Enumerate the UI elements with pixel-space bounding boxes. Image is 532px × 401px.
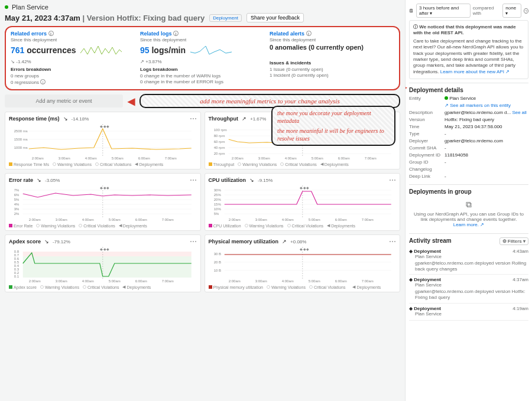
svg-text:4:00am: 4:00am (281, 218, 293, 221)
logs-sparkline (190, 44, 232, 58)
svg-text:3%: 3% (14, 207, 20, 211)
svg-text:1500 ms: 1500 ms (14, 138, 28, 141)
chart-response-time: Response time (ms)↘-14.18%⋯ ◆ ◆◆ 2500 ms… (5, 112, 201, 169)
chart-memory: Physical memory utilization↗+0.08%⋯ ◆ ◆◆… (205, 234, 401, 292)
svg-text:2:00am: 2:00am (29, 218, 41, 221)
svg-text:5:00am: 5:00am (109, 218, 121, 221)
see-all-markers-link[interactable]: ↗ See all markers on this entity (445, 103, 528, 108)
svg-text:100 rpm: 100 rpm (213, 128, 226, 132)
deployment-badge: Deployment (209, 14, 242, 22)
svg-text:3:00am: 3:00am (56, 218, 67, 221)
svg-text:6:00am: 6:00am (138, 157, 150, 160)
svg-text:60 rpm: 60 rpm (213, 140, 225, 144)
svg-text:7:00am: 7:00am (162, 279, 174, 283)
svg-text:10 B: 10 B (213, 269, 220, 272)
detail-row: Deployergparker@telco.nrdemo.com (409, 138, 528, 144)
svg-text:10%: 10% (213, 207, 221, 211)
svg-text:7:00am: 7:00am (162, 218, 174, 221)
svg-text:6%: 6% (14, 193, 20, 197)
info-icon: i (48, 31, 54, 36)
svg-text:30 B: 30 B (213, 252, 220, 256)
filters-button[interactable]: ⚙ Filters ▾ (499, 237, 528, 245)
notice-box: ⓘ We noticed that this deployment was ma… (409, 20, 528, 79)
detail-row: Changelog (409, 167, 528, 172)
svg-text:5%: 5% (213, 212, 219, 216)
svg-text:2500 ms: 2500 ms (14, 129, 28, 133)
svg-text:2:00am: 2:00am (32, 157, 44, 160)
notice-link[interactable]: Learn more about the new API ↗ (440, 69, 510, 74)
svg-text:3:00am: 3:00am (258, 157, 270, 160)
hero-cards: Related errors i Since this deployment 7… (5, 26, 400, 90)
related-alerts-link[interactable]: Related alerts i (270, 31, 394, 37)
chart-apdex: Apdex score↘-79.12%⋯ ◆ ◆◆ 0.80.70.60.50.… (5, 234, 201, 292)
svg-text:3:00am: 3:00am (59, 157, 70, 160)
svg-text:6:00am: 6:00am (338, 157, 349, 160)
svg-text:3:00am: 3:00am (56, 279, 67, 283)
detail-row: Deep Link- (409, 174, 528, 179)
svg-text:25%: 25% (213, 193, 221, 197)
svg-text:4:00am: 4:00am (85, 157, 97, 160)
arrow-left-icon: ◀ (128, 96, 135, 107)
activity-item[interactable]: ◆ Deployment4:43amPlan Servicegparker@te… (409, 246, 528, 275)
svg-text:6:00am: 6:00am (135, 218, 147, 221)
svg-text:7:00am: 7:00am (361, 218, 373, 221)
add-metric-button[interactable]: Add any metric or event (5, 94, 123, 107)
svg-text:30%: 30% (213, 188, 221, 192)
chart-more-icon[interactable]: ⋯ (190, 115, 197, 123)
svg-text:5:00am: 5:00am (109, 279, 121, 283)
svg-text:5%: 5% (14, 198, 20, 201)
svg-text:4%: 4% (14, 203, 20, 206)
related-logs-link[interactable]: Related logs i (140, 31, 265, 37)
svg-text:◆ ◆◆: ◆ ◆◆ (299, 247, 309, 251)
detail-row: TimeMay 21, 2023 04:37:58.000 (409, 124, 528, 129)
detail-row: Descriptiongparker@telco.nrdemo.com d...… (409, 110, 528, 115)
svg-text:80 rpm: 80 rpm (213, 134, 225, 138)
errors-count: 761 (11, 45, 24, 55)
svg-text:◆ ◆◆: ◆ ◆◆ (299, 186, 309, 190)
svg-rect-73 (23, 256, 192, 278)
svg-text:3:00am: 3:00am (255, 218, 267, 221)
svg-text:2:00am: 2:00am (228, 279, 240, 283)
svg-text:6:00am: 6:00am (335, 218, 346, 221)
help-icon[interactable]: ? (524, 8, 528, 14)
svg-text:5:00am: 5:00am (311, 157, 323, 160)
group-empty-icon: ⧉ (413, 200, 525, 210)
detail-row: Commit SHA- (409, 145, 528, 151)
activity-item[interactable]: ◆ Deployment4:37amPlan Servicegparker@te… (409, 275, 528, 303)
detail-row: Group ID- (409, 159, 528, 165)
svg-text:6:00am: 6:00am (335, 279, 346, 283)
svg-text:4:00am: 4:00am (284, 157, 296, 160)
svg-text:20%: 20% (213, 198, 221, 201)
errors-sparkline (80, 44, 122, 58)
svg-text:2:00am: 2:00am (29, 279, 41, 283)
svg-text:2:00am: 2:00am (228, 218, 240, 221)
calendar-icon: 🗓 (409, 8, 414, 14)
svg-text:5:00am: 5:00am (112, 157, 124, 160)
svg-text:6:00am: 6:00am (135, 279, 147, 283)
compare-select[interactable]: none ▾ (502, 4, 521, 18)
svg-text:2:00am: 2:00am (231, 157, 243, 160)
svg-text:◆ ◆◆: ◆ ◆◆ (100, 186, 110, 190)
svg-text:4:00am: 4:00am (82, 218, 94, 221)
svg-text:7:00am: 7:00am (364, 157, 376, 160)
activity-item[interactable]: ◆ Deployment4:19amPlan Service (409, 304, 528, 321)
detail-row: Type- (409, 131, 528, 136)
errors-subtitle: Since this deployment (11, 37, 135, 43)
activity-title: Activity stream (409, 237, 452, 244)
svg-text:2%: 2% (14, 212, 20, 216)
svg-text:5:00am: 5:00am (308, 218, 320, 221)
timerange-select[interactable]: 3 hours before and after ▾ (416, 4, 471, 18)
feedback-button[interactable]: Share your feedback (246, 13, 304, 22)
svg-text:4:00am: 4:00am (281, 279, 293, 283)
svg-text:40 rpm: 40 rpm (213, 146, 225, 149)
group-learn-more-link[interactable]: Learn more. ↗ (413, 222, 525, 227)
chart-error-rate: Error rate↘-3.05%⋯ ◆ ◆◆ 7% 6% 5% 4% 3% 2… (5, 173, 201, 231)
arrow-right-icon: ▶ (405, 81, 407, 93)
svg-rect-72 (23, 252, 192, 256)
annotation-float: the more you decorate your deployment me… (271, 106, 395, 146)
detail-row: Deployment ID118194058 (409, 152, 528, 158)
svg-text:4:00am: 4:00am (82, 279, 94, 283)
svg-text:7:00am: 7:00am (165, 157, 177, 160)
details-title: Deployment details (409, 87, 528, 93)
related-errors-link[interactable]: Related errors i (11, 31, 135, 37)
